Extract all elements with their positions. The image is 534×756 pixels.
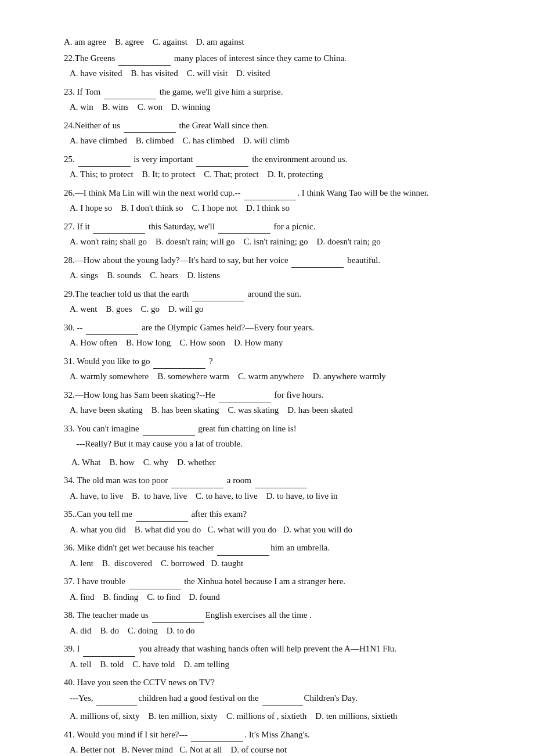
blank-25b: [196, 166, 248, 167]
q31-options: A. warmly somewhere B. somewhere warm C.…: [64, 369, 476, 384]
q26-options: A. I hope so B. I don't think so C. I ho…: [64, 201, 476, 216]
question-25: 25. is very important the environment ar…: [64, 152, 476, 182]
q23-options: A. win B. wins C. won D. winning: [64, 100, 476, 115]
q34-text: 34. The old man was too poor a room: [64, 473, 476, 488]
question-40: 40. Have you seen the CCTV news on TV? -…: [64, 675, 476, 724]
blank-36: [217, 555, 269, 556]
blank-31: [153, 368, 205, 369]
q32-options: A. have been skating B. has been skating…: [64, 403, 476, 418]
question-41: 41. Would you mind if I sit here?--- . I…: [64, 728, 476, 757]
blank-37: [129, 589, 181, 589]
blank-34a: [171, 488, 223, 488]
q24-text: 24.Neither of us the Great Wall since th…: [64, 118, 476, 134]
question-24: 24.Neither of us the Great Wall since th…: [64, 118, 476, 149]
question-36: 36. Mike didn't get wet because his teac…: [64, 541, 476, 571]
q28-text: 28.—How about the young lady?—It's hard …: [64, 253, 476, 268]
question-32: 32.—How long has Sam been skating?--He f…: [64, 388, 476, 418]
blank-40b: [262, 705, 303, 705]
worksheet: A. am agree B. agree C. against D. am ag…: [64, 35, 476, 756]
blank-40a: [96, 705, 137, 705]
question-37: 37. I have trouble the Xinhua hotel beca…: [64, 574, 476, 604]
q41-options: A. Better not B. Never mind C. Not at al…: [64, 743, 476, 756]
q29-text: 29.The teacher told us that the earth ar…: [64, 287, 476, 302]
q35-options: A. what you did B. what did you do C. wh…: [64, 523, 476, 538]
question-39: 39. I you already that washing hands oft…: [64, 642, 476, 672]
question-22: 22.The Greens many places of interest si…: [64, 51, 476, 81]
blank-27a: [93, 233, 145, 234]
q38-options: A. did B. do C. doing D. to do: [64, 624, 476, 639]
q27-options: A. won't rain; shall go B. doesn't rain;…: [64, 235, 476, 250]
question-38: 38. The teacher made us English exercise…: [64, 608, 476, 638]
blank-38: [152, 622, 204, 623]
blank-34b: [255, 488, 307, 488]
q38-text: 38. The teacher made us English exercise…: [64, 608, 476, 623]
q24-options: A. have climbed B. climbed C. has climbe…: [64, 134, 476, 149]
blank-24: [124, 132, 176, 133]
q39-options: A. tell B. told C. have told D. am telli…: [64, 657, 476, 672]
question-26: 26.—I think Ma Lin will win the next wor…: [64, 186, 476, 216]
q37-text: 37. I have trouble the Xinhua hotel beca…: [64, 574, 476, 589]
question-23: 23. If Tom the game, we'll give him a su…: [64, 85, 476, 115]
q40-options: A. millions of, sixty B. ten million, si…: [64, 709, 476, 724]
question-30: 30. -- are the Olympic Games held?—Every…: [64, 321, 476, 351]
question-35: 35..Can you tell me after this exam? A. …: [64, 507, 476, 537]
q33-text: 33. You can't imagine great fun chatting…: [64, 422, 476, 437]
q41-text: 41. Would you mind if I sit here?--- . I…: [64, 728, 476, 743]
q33-subtext: ---Really? But it may cause you a lat of…: [64, 437, 476, 452]
blank-22: [118, 65, 171, 66]
q28-options: A. sings B. sounds C. hears D. listens: [64, 268, 476, 283]
q32-text: 32.—How long has Sam been skating?--He f…: [64, 388, 476, 403]
question-34: 34. The old man was too poor a room A. h…: [64, 473, 476, 503]
blank-23: [104, 99, 156, 99]
blank-41: [191, 741, 243, 742]
question-33: 33. You can't imagine great fun chatting…: [64, 422, 476, 470]
q36-text: 36. Mike didn't get wet because his teac…: [64, 541, 476, 556]
q36-options: A. lent B. discovered C. borrowed D. tau…: [64, 556, 476, 571]
question-29: 29.The teacher told us that the earth ar…: [64, 287, 476, 317]
q40-text: 40. Have you seen the CCTV news on TV?: [64, 675, 476, 690]
q30-text: 30. -- are the Olympic Games held?—Every…: [64, 321, 476, 336]
blank-27b: [218, 233, 270, 234]
q22-options: A. have visited B. has visited C. will v…: [64, 66, 476, 81]
q25-options: A. This; to protect B. It; to protect C.…: [64, 167, 476, 182]
blank-28: [291, 267, 344, 268]
q35-text: 35..Can you tell me after this exam?: [64, 507, 476, 522]
blank-25a: [78, 166, 131, 167]
q39-text: 39. I you already that washing hands oft…: [64, 642, 476, 657]
q26-text: 26.—I think Ma Lin will win the next wor…: [64, 186, 476, 201]
pre-options-text: A. am agree B. agree C. against D. am ag…: [64, 35, 476, 50]
q34-options: A. have, to live B. to have, live C. to …: [64, 489, 476, 504]
q23-text: 23. If Tom the game, we'll give him a su…: [64, 85, 476, 100]
blank-26: [244, 200, 296, 200]
blank-33: [143, 435, 195, 436]
question-28: 28.—How about the young lady?—It's hard …: [64, 253, 476, 283]
q29-options: A. went B. goes C. go D. will go: [64, 302, 476, 317]
blank-29: [192, 301, 244, 301]
q31-text: 31. Would you like to go ?: [64, 354, 476, 369]
blank-32: [219, 402, 271, 402]
q22-text: 22.The Greens many places of interest si…: [64, 51, 476, 66]
q30-options: A. How often B. How long C. How soon D. …: [64, 336, 476, 351]
question-31: 31. Would you like to go ? A. warmly som…: [64, 354, 476, 384]
q27-text: 27. If it this Saturday, we'll for a pic…: [64, 219, 476, 235]
q37-options: A. find B. finding C. to find D. found: [64, 590, 476, 605]
q33-options: A. What B. how C. why D. whether: [64, 455, 476, 470]
blank-30: [86, 334, 138, 335]
question-27: 27. If it this Saturday, we'll for a pic…: [64, 219, 476, 250]
pre-options: A. am agree B. agree C. against D. am ag…: [64, 35, 476, 50]
blank-39: [83, 656, 135, 657]
q40-subtext: ---Yes, children had a good festival on …: [64, 691, 476, 706]
blank-35: [136, 521, 188, 522]
q25-text: 25. is very important the environment ar…: [64, 152, 476, 167]
